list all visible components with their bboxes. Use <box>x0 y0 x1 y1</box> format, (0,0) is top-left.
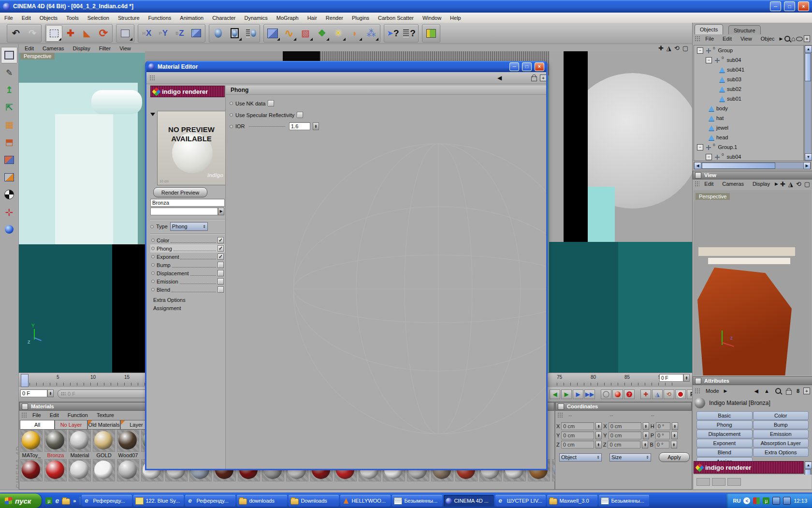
panel-button[interactable] <box>22 403 28 410</box>
add-deformer-icon[interactable]: ▧ <box>297 25 314 42</box>
menu-item[interactable]: Render <box>321 15 348 21</box>
timeline-slider-handle[interactable] <box>21 374 29 387</box>
drag-grip[interactable] <box>695 36 700 42</box>
dialog-title-bar[interactable]: Material Editor ─ □ × <box>146 61 546 72</box>
materials-menu-item[interactable]: File <box>29 412 45 418</box>
polygon-cube-icon[interactable]: ⬒ <box>1 134 17 150</box>
taskbar-button[interactable]: Безымянны... <box>392 495 442 507</box>
collapse-icon[interactable]: − <box>697 144 703 150</box>
redo-icon[interactable]: ↷ <box>24 25 41 42</box>
add-mograph-icon[interactable]: ❖ <box>314 25 330 42</box>
taskbar-button[interactable]: Downloads <box>289 495 339 507</box>
attribute-section-button[interactable]: Basic <box>696 411 753 420</box>
drag-grip[interactable] <box>695 388 701 394</box>
add-light-icon[interactable]: ✳ <box>330 25 347 42</box>
preview-viewport[interactable]: Perspective z <box>694 190 812 375</box>
tree-row[interactable]: head <box>694 133 803 142</box>
tree-item-label[interactable]: Group.1 <box>718 144 737 150</box>
size-dropdown[interactable]: Size⇕ <box>609 453 651 462</box>
tree-item-label[interactable]: sub041 <box>727 67 744 73</box>
blend-checkbox[interactable] <box>218 286 224 293</box>
viewport-menu-item[interactable]: Cameras <box>39 45 68 51</box>
axis-icon[interactable]: ⊹ <box>1 204 17 220</box>
scroll-up-icon[interactable]: ▲ <box>805 45 812 53</box>
channel-row-blend[interactable]: Blend <box>150 285 225 294</box>
tree-row[interactable]: − 0 Group <box>694 45 803 55</box>
search-expand-icon[interactable]: ▶ <box>218 208 224 215</box>
texture-cube-icon[interactable] <box>1 169 17 185</box>
add-primitive-icon[interactable] <box>264 25 281 42</box>
zoom-view-icon[interactable]: ◮ <box>667 45 671 52</box>
tree-item-label[interactable]: Group <box>718 47 733 53</box>
convert-object-icon[interactable] <box>1 47 17 63</box>
attribute-section-button[interactable]: Extra Options <box>753 448 809 457</box>
panel-button[interactable] <box>695 378 701 384</box>
tree-row[interactable]: body <box>694 104 803 113</box>
emission-checkbox[interactable] <box>218 278 224 284</box>
stepper[interactable]: ▲▼ <box>595 422 602 430</box>
history-back-icon[interactable]: ◀ <box>497 75 502 81</box>
stepper[interactable]: ▲▼ <box>643 432 649 439</box>
dialog-maximize-button[interactable]: □ <box>522 62 532 71</box>
ior-field[interactable]: 1.6 <box>289 122 310 130</box>
size-y-field[interactable]: 0 cm <box>609 432 641 439</box>
material-editor-dialog[interactable]: Material Editor ─ □ × ◀ + indigo rendere… <box>145 61 548 470</box>
position-y-field[interactable]: 0 cm <box>561 432 594 439</box>
tree-row[interactable]: sub041 <box>694 65 803 75</box>
selection-dropdown-icon[interactable] <box>117 25 133 42</box>
workplane-icon[interactable]: ▦ <box>1 117 17 133</box>
objects-menu-item[interactable]: Objec <box>757 36 779 42</box>
tree-item-label[interactable]: sub04 <box>726 154 741 160</box>
pen-icon[interactable]: ✎ <box>1 64 17 81</box>
maximize-button[interactable]: □ <box>784 1 795 11</box>
drag-grip[interactable] <box>149 75 156 81</box>
help-cursor-icon[interactable]: ➤? <box>385 25 401 42</box>
objects-menu-item[interactable]: View <box>737 36 756 42</box>
hide-icons-icon[interactable]: < <box>743 497 750 504</box>
material-item[interactable]: Material <box>69 430 91 452</box>
viewport-menu-item[interactable]: Display <box>69 45 94 51</box>
stepper[interactable]: ▲▼ <box>595 441 602 448</box>
menu-item[interactable]: Objects <box>35 15 62 21</box>
material-item[interactable]: Bronza <box>44 430 67 452</box>
tab-objects[interactable]: Objects <box>695 24 723 34</box>
menu-item[interactable]: Edit <box>17 15 35 21</box>
pan-view-icon[interactable]: ✚ <box>658 45 664 52</box>
view-panel-title-bar[interactable]: View <box>693 171 812 179</box>
scene-info-icon[interactable]: ? <box>401 25 418 42</box>
texture-sphere-icon[interactable] <box>1 221 17 238</box>
menu-item[interactable]: Selection <box>83 15 114 21</box>
material-item[interactable]: Wood07 <box>117 430 139 452</box>
move-icon[interactable]: ✚ <box>62 25 79 42</box>
attribute-section-button[interactable]: Absorption Layer <box>753 439 809 448</box>
add-particles-icon[interactable]: ⁂ <box>363 25 379 42</box>
rotation-h-field[interactable]: 0 ° <box>656 422 670 430</box>
taskbar-button[interactable]: ШУСТЕР LIV... <box>495 495 546 507</box>
lock-x-axis-icon[interactable]: HX <box>139 25 155 42</box>
utorrent-tray-icon[interactable]: µ <box>763 497 769 504</box>
tree-item-label[interactable]: jewel <box>716 125 728 131</box>
scroll-right-icon[interactable]: ▶ <box>803 162 811 169</box>
stepper[interactable]: ▲▼ <box>595 432 602 439</box>
edge-cube-icon[interactable] <box>1 151 17 168</box>
attributes-panel-title-bar[interactable]: Attributes <box>693 376 812 385</box>
lock-rotate-icon[interactable]: ⟲ <box>664 389 674 399</box>
objects-menu-item[interactable]: Edit <box>719 36 736 42</box>
add-icon[interactable]: + <box>540 75 546 81</box>
collapse-icon[interactable]: − <box>706 154 712 160</box>
lock-y-axis-icon[interactable]: PY <box>155 25 172 42</box>
eye-icon[interactable] <box>796 37 802 41</box>
checker-sphere-icon[interactable] <box>1 186 17 203</box>
tree-item-label[interactable]: sub01 <box>727 96 741 102</box>
dialog-minimize-button[interactable]: ─ <box>509 62 519 71</box>
tree-row[interactable]: sub02 <box>694 84 803 94</box>
toggle-view-icon[interactable]: ▢ <box>804 180 810 188</box>
render-region-icon[interactable] <box>226 25 243 42</box>
nk-data-checkbox[interactable] <box>268 100 274 106</box>
render-view-icon[interactable] <box>210 25 226 42</box>
material-item[interactable] <box>117 459 139 481</box>
material-item[interactable] <box>44 459 67 481</box>
folder-icon[interactable] <box>62 498 70 505</box>
drag-grip[interactable] <box>695 181 699 187</box>
menu-item[interactable]: Carbon Scatter <box>374 15 418 21</box>
